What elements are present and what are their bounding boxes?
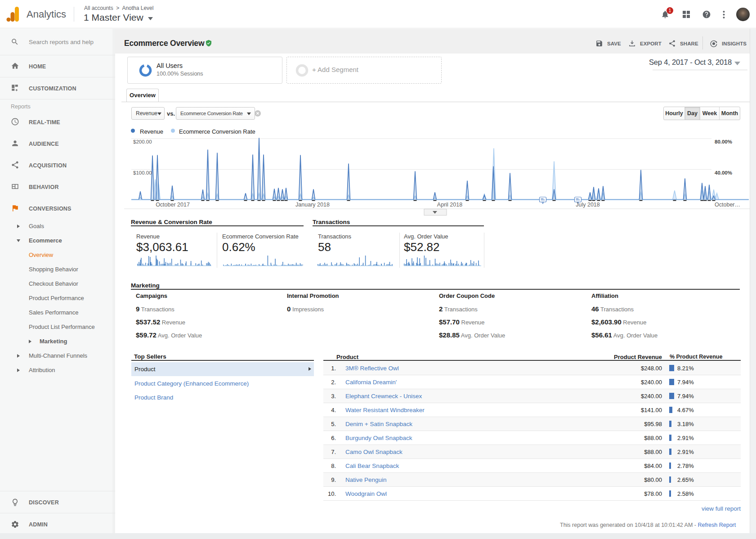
svg-text:January 2018: January 2018: [295, 202, 330, 208]
svg-text:July 2018: July 2018: [576, 202, 600, 208]
svg-text:80.00%: 80.00%: [715, 139, 732, 144]
svg-text:$100.00: $100.00: [133, 170, 152, 175]
svg-text:October…: October…: [715, 202, 740, 208]
svg-text:40.00%: 40.00%: [715, 170, 732, 175]
svg-text:$200.00: $200.00: [133, 139, 152, 144]
svg-text:October 2017: October 2017: [156, 202, 190, 208]
svg-text:April 2018: April 2018: [437, 202, 462, 208]
